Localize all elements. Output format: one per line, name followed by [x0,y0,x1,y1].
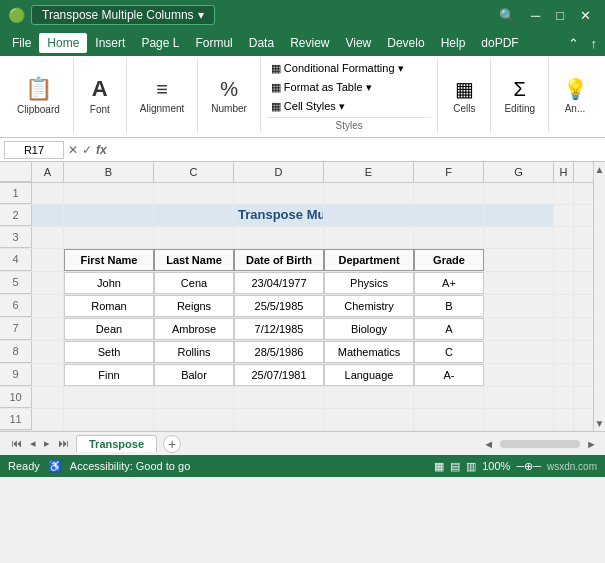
cell-e3[interactable] [324,227,414,248]
cell-b8[interactable]: Seth [64,341,154,363]
cell-f7[interactable]: A [414,318,484,340]
cell-e2[interactable] [324,205,414,226]
cell-b2[interactable] [64,205,154,226]
cell-a3[interactable] [32,227,64,248]
cell-h9[interactable] [554,364,574,386]
col-header-a[interactable]: A [32,162,64,182]
cell-h3[interactable] [554,227,574,248]
menu-help[interactable]: Help [433,33,474,53]
cell-g10[interactable] [484,387,554,408]
col-header-g[interactable]: G [484,162,554,182]
cell-a9[interactable] [32,364,64,386]
cell-g7[interactable] [484,318,554,340]
cell-b6[interactable]: Roman [64,295,154,317]
cell-c10[interactable] [154,387,234,408]
cell-a11[interactable] [32,409,64,430]
cell-c5[interactable]: Cena [154,272,234,294]
cell-d3[interactable] [234,227,324,248]
cell-a8[interactable] [32,341,64,363]
cell-a7[interactable] [32,318,64,340]
cell-b3[interactable] [64,227,154,248]
search-icon[interactable]: 🔍 [493,6,521,25]
cell-e8[interactable]: Mathematics [324,341,414,363]
menu-developer[interactable]: Develo [379,33,432,53]
cell-d2[interactable]: Transpose Multiple Columns [234,205,324,226]
cell-d11[interactable] [234,409,324,430]
cell-b10[interactable] [64,387,154,408]
formula-cancel-icon[interactable]: ✕ [68,143,78,157]
cell-f3[interactable] [414,227,484,248]
alignment-button[interactable]: ≡ Alignment [133,73,191,119]
cell-a2[interactable] [32,205,64,226]
cell-h5[interactable] [554,272,574,294]
tab-last-button[interactable]: ⏭ [55,436,72,451]
hscroll-right-button[interactable]: ► [582,436,601,452]
menu-data[interactable]: Data [241,33,282,53]
menu-view[interactable]: View [337,33,379,53]
cell-f6[interactable]: B [414,295,484,317]
horizontal-scrollbar[interactable]: ◄ ► [479,436,601,452]
cell-e10[interactable] [324,387,414,408]
vertical-scrollbar[interactable]: ▲ ▼ [593,162,605,431]
editing-button[interactable]: Σ Editing [497,73,542,119]
cell-g5[interactable] [484,272,554,294]
tab-next-button[interactable]: ▸ [41,436,53,451]
conditional-formatting-button[interactable]: ▦ Conditional Formatting ▾ [267,60,432,77]
cell-c1[interactable] [154,183,234,204]
maximize-button[interactable]: □ [550,6,570,25]
format-as-table-button[interactable]: ▦ Format as Table ▾ [267,79,432,96]
cell-h11[interactable] [554,409,574,430]
scroll-down-button[interactable]: ▼ [593,416,605,431]
menu-formulas[interactable]: Formul [187,33,240,53]
cell-a5[interactable] [32,272,64,294]
cell-f11[interactable] [414,409,484,430]
cell-f4-grade[interactable]: Grade [414,249,484,271]
cell-h8[interactable] [554,341,574,363]
cell-g3[interactable] [484,227,554,248]
cell-g9[interactable] [484,364,554,386]
menu-review[interactable]: Review [282,33,337,53]
cell-f10[interactable] [414,387,484,408]
name-box[interactable] [4,141,64,159]
cell-g4[interactable] [484,249,554,271]
tab-first-button[interactable]: ⏮ [8,436,25,451]
hscroll-left-button[interactable]: ◄ [479,436,498,452]
cell-c6[interactable]: Reigns [154,295,234,317]
analyze-button[interactable]: 💡 An... [555,72,595,119]
cell-b7[interactable]: Dean [64,318,154,340]
zoom-slider[interactable]: ─⊕─ [516,460,541,473]
cell-e4-department[interactable]: Department [324,249,414,271]
cell-d8[interactable]: 28/5/1986 [234,341,324,363]
title-dropdown-icon[interactable]: ▾ [198,8,204,22]
cell-f5[interactable]: A+ [414,272,484,294]
cell-a4[interactable] [32,249,64,271]
function-icon[interactable]: fx [96,143,107,157]
hscroll-track[interactable] [500,440,580,448]
cell-h1[interactable] [554,183,574,204]
cell-b5[interactable]: John [64,272,154,294]
cell-b1[interactable] [64,183,154,204]
cell-d4-dob[interactable]: Date of Birth [234,249,324,271]
cell-e1[interactable] [324,183,414,204]
col-header-h[interactable]: H [554,162,574,182]
cell-d5[interactable]: 23/04/1977 [234,272,324,294]
cell-g2[interactable] [484,205,554,226]
col-header-e[interactable]: E [324,162,414,182]
menu-dopdf[interactable]: doPDF [473,33,526,53]
cell-c3[interactable] [154,227,234,248]
minimize-button[interactable]: ─ [525,6,546,25]
formula-confirm-icon[interactable]: ✓ [82,143,92,157]
cell-h4[interactable] [554,249,574,271]
cell-g6[interactable] [484,295,554,317]
ribbon-collapse-icon[interactable]: ⌃ [564,34,583,53]
cell-e11[interactable] [324,409,414,430]
cells-button[interactable]: ▦ Cells [444,72,484,119]
scroll-up-button[interactable]: ▲ [593,162,605,177]
cell-c2[interactable] [154,205,234,226]
cell-e5[interactable]: Physics [324,272,414,294]
cell-a10[interactable] [32,387,64,408]
cell-c4-last-name[interactable]: Last Name [154,249,234,271]
cell-g11[interactable] [484,409,554,430]
cell-c9[interactable]: Balor [154,364,234,386]
cell-h7[interactable] [554,318,574,340]
